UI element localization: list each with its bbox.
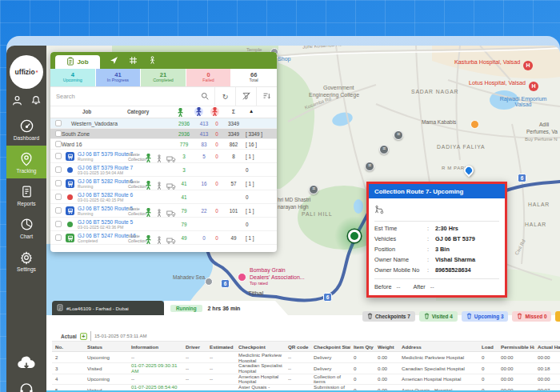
job-row[interactable]: GJ 06 BT 5247 Route 16CompletedWaste Col… [50, 231, 277, 245]
tab-job[interactable]: Job [55, 55, 100, 69]
job-count: 49 [223, 235, 244, 241]
trip-body: Actual + 15-01-2025 07:53:11 AM No.Statu… [46, 315, 560, 392]
legend-chip-missed[interactable]: Missed 0 [512, 311, 551, 322]
sidebar-item-label: Tracking [16, 168, 36, 174]
popup-field: Owner Name:Vishal Sharma [374, 254, 499, 265]
actual-label: Actual [61, 334, 77, 339]
job-row[interactable]: GJ 06 BT 5282 Route 6RunningWaste Collec… [50, 177, 277, 190]
row-checkbox[interactable] [55, 221, 62, 227]
job-row[interactable]: GJ 06 BT 5250 Route 5RunningWaste Collec… [50, 204, 277, 218]
column-header: Checkpoint [235, 344, 285, 350]
status-dot-icon [67, 194, 73, 200]
filter-button[interactable] [235, 87, 256, 106]
sidebar: uffizio * DashboardTrackingReportsChartS… [6, 46, 46, 392]
job-count: 2936 [174, 131, 194, 137]
job-stat-completed[interactable]: 21Completed [141, 69, 186, 86]
sidebar-item-reports[interactable]: Reports [6, 178, 46, 211]
search-input[interactable]: Search [50, 87, 214, 106]
job-stat-in-progress[interactable]: 41In Progress [96, 69, 142, 86]
route-popup-title: Collection Route 7- Upcoming [369, 184, 505, 198]
column-header: No. [52, 344, 84, 350]
row-checkbox[interactable] [55, 130, 62, 137]
job-sub: 03-01-2025 02:40:15 PM [78, 198, 133, 202]
legend-chip-dista[interactable]: ⚠Dista [555, 311, 560, 322]
grid-view-icon[interactable] [129, 54, 138, 68]
row-checkbox[interactable] [55, 120, 62, 126]
job-row[interactable]: South Zone293641303349[ 3349 ] [50, 129, 277, 139]
dashboard-icon [19, 118, 34, 134]
row-checkbox[interactable] [55, 141, 62, 147]
row-checkbox[interactable] [55, 207, 62, 214]
route-person-icon[interactable] [148, 54, 157, 68]
column-header: Permissible Halt [498, 344, 534, 350]
job-row[interactable]: GJ 06 BT 5282 Route 603-01-2025 02:40:15… [50, 190, 277, 204]
search-icon[interactable] [201, 92, 209, 102]
pin-blue-marker[interactable] [462, 164, 476, 178]
trip-row[interactable]: 2Upcoming------Mediclinic Parkview Hospi… [52, 353, 560, 363]
job-sub: Running [78, 211, 133, 216]
job-count: [ 16 ] [246, 142, 274, 147]
job-sub: 03-01-2025 02:43:36 PM [78, 225, 133, 230]
job-name: Western_Vadodara [71, 121, 118, 127]
sidebar-item-dashboard[interactable]: Dashboard [6, 113, 46, 146]
legend-chip-upcoming[interactable]: Upcoming 3 [462, 311, 509, 322]
current-marker[interactable] [348, 230, 361, 242]
shield-marker[interactable]: 6 [221, 279, 230, 288]
trip-tab[interactable]: #Loa46109 - Farhad - Dubai [52, 301, 164, 315]
job-row[interactable]: GJ 06 BT 5250 Route 503-01-2025 02:43:36… [50, 218, 277, 231]
notifications-icon[interactable] [30, 94, 42, 110]
sidebar-item-settings[interactable]: Settings [6, 244, 46, 277]
column-header: Weight [374, 344, 398, 350]
logo-mark: * [36, 70, 38, 75]
trip-status-tab[interactable]: Running 2 hrs 36 min [164, 301, 288, 315]
before-label: Before [374, 283, 392, 290]
job-count: 79 [174, 208, 194, 214]
job-name: GJ 06 BT 5250 Route 5 [78, 219, 133, 226]
bin-marker[interactable]: ≡ [394, 130, 403, 140]
bin-marker[interactable]: ≡ [379, 145, 389, 154]
row-checkbox[interactable] [55, 166, 62, 173]
job-name: GJ 06 BT 5282 Route 6 [78, 178, 133, 185]
bin-marker[interactable]: ≡ [365, 162, 374, 171]
hospital-marker: H [523, 61, 533, 70]
job-row[interactable]: GJ 06 BT 5379 Route 7RunningWaste Collec… [50, 150, 277, 163]
job-count: [ 1 ] [246, 235, 274, 241]
job-count: 57 [223, 181, 244, 186]
sidebar-item-tracking[interactable]: Tracking [6, 146, 46, 178]
job-row[interactable]: GJ 06 BT 5379 Route 703-01-2025 10:54:04… [50, 163, 277, 177]
legend-chip-checkpoints[interactable]: Checkpoints 7 [362, 311, 415, 322]
support-headset-icon[interactable] [18, 382, 34, 392]
sort-button[interactable] [256, 87, 277, 106]
job-stat-failed[interactable]: 0Failed [186, 69, 232, 86]
sidebar-item-label: Chart [20, 234, 33, 239]
job-count: [ 3349 ] [246, 131, 274, 137]
row-checkbox[interactable] [55, 153, 62, 159]
column-header: Checkpoint State [310, 344, 350, 350]
job-stat-upcoming[interactable]: 4Upcoming [50, 69, 96, 86]
column-category: Category [127, 109, 149, 114]
popup-field: Vehicles:GJ 06 BT 5379 [374, 234, 499, 244]
job-name: GJ 06 BT 5379 Route 7 [78, 165, 133, 171]
route-popup: Collection Route 7- Upcoming Est Time:2:… [366, 182, 507, 298]
cloud-download-icon[interactable] [16, 355, 37, 374]
trip-row[interactable]: 4Upcoming------American Hospital Hospita… [52, 374, 560, 385]
job-row[interactable]: Western_Vadodara293641303349 [50, 118, 277, 129]
row-checkbox[interactable] [55, 194, 62, 200]
trip-row[interactable]: 3Visited01-07-2025 09:30:31 AM----Canadi… [52, 363, 560, 374]
locate-icon[interactable] [110, 54, 118, 68]
job-row[interactable]: Ward 16779830862[ 16 ] [50, 139, 277, 150]
row-checkbox[interactable] [55, 234, 62, 241]
expand-icon[interactable]: + [80, 333, 87, 340]
job-count: 3349 [223, 121, 244, 126]
job-stat-total[interactable]: 66Total [231, 69, 277, 86]
user-icon[interactable] [11, 94, 23, 110]
desktop: June Kosamba RdTempleecue ShopKasturba H… [0, 0, 560, 392]
job-sub: Running [78, 157, 133, 162]
legend-chip-visited[interactable]: Visited 4 [419, 311, 458, 322]
bin-marker[interactable]: ≡ [309, 185, 318, 194]
refresh-button[interactable]: ↻ [214, 87, 235, 106]
uffizio-logo[interactable]: uffizio * [10, 55, 43, 89]
sidebar-item-chart[interactable]: Chart [6, 211, 46, 244]
shield-marker[interactable]: 6 [518, 174, 526, 182]
row-checkbox[interactable] [55, 180, 62, 186]
